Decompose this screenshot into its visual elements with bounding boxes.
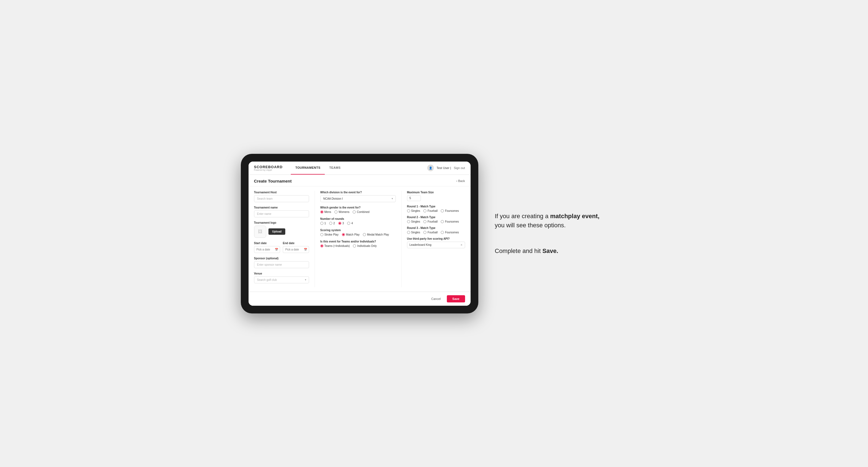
venue-group: Venue ▼ <box>254 272 309 283</box>
logo-sub: Powered by clippit <box>254 169 283 171</box>
round-3-option[interactable]: 3 <box>338 222 344 225</box>
tab-tournaments[interactable]: TOURNAMENTS <box>291 161 325 175</box>
stroke-play-option[interactable]: Stroke Play <box>320 233 339 236</box>
api-remove-icon[interactable]: × <box>460 243 462 247</box>
round2-fourball-option[interactable]: Fourball <box>423 220 437 223</box>
api-tag: Leaderboard King × <box>407 242 465 248</box>
max-team-size-label: Maximum Team Size <box>407 191 465 194</box>
individuals-only-option[interactable]: Individuals Only <box>353 244 377 247</box>
division-select[interactable]: NCAA Division I NCAA Division II NCAA Di… <box>320 195 396 202</box>
round1-foursomes-option[interactable]: Foursomes <box>441 209 459 212</box>
nav-bar: SCOREBOARD Powered by clippit TOURNAMENT… <box>249 161 471 175</box>
round3-fourball-option[interactable]: Fourball <box>423 231 437 234</box>
division-label: Which division is the event for? <box>320 191 396 194</box>
round1-match-type: Round 1 - Match Type Singles Fourball <box>407 205 465 212</box>
medal-match-play-option[interactable]: Medal Match Play <box>363 233 389 236</box>
round1-singles-label: Singles <box>411 209 420 212</box>
gender-radio-group: Mens Womens Combined <box>320 211 396 214</box>
round2-foursomes-label: Foursomes <box>445 220 459 223</box>
end-date-wrapper: 📅 <box>283 246 309 253</box>
sponsor-input[interactable] <box>254 261 309 268</box>
round1-fourball-radio[interactable] <box>423 209 426 212</box>
end-date-label: End date <box>283 242 309 245</box>
scoring-group: Scoring system Stroke Play Match Play <box>320 229 396 236</box>
venue-input[interactable] <box>254 276 309 283</box>
back-link[interactable]: ‹ Back <box>456 179 465 183</box>
round-4-radio[interactable] <box>347 222 350 225</box>
tab-teams[interactable]: TEAMS <box>325 161 345 175</box>
round-4-option[interactable]: 4 <box>347 222 353 225</box>
signout-link[interactable]: Sign out <box>454 166 465 169</box>
medal-match-play-radio[interactable] <box>363 233 366 236</box>
round1-singles-option[interactable]: Singles <box>407 209 420 212</box>
gender-womens-option[interactable]: Womens <box>335 211 349 214</box>
teams-plus-individuals-option[interactable]: Teams (+Individuals) <box>320 244 350 247</box>
form-footer: Cancel Save <box>249 292 471 306</box>
scoring-radio-group: Stroke Play Match Play Medal Match Play <box>320 233 396 236</box>
individuals-radio[interactable] <box>353 244 356 247</box>
max-team-size-input[interactable] <box>407 195 421 201</box>
match-play-radio[interactable] <box>342 233 345 236</box>
division-group: Which division is the event for? NCAA Di… <box>320 191 396 202</box>
teams-group: Is this event for Teams and/or Individua… <box>320 240 396 247</box>
form-middle: Which division is the event for? NCAA Di… <box>315 191 402 287</box>
round3-foursomes-radio[interactable] <box>441 231 444 234</box>
tournament-host-input[interactable] <box>254 195 309 202</box>
tournament-name-input[interactable] <box>254 211 309 217</box>
round2-foursomes-option[interactable]: Foursomes <box>441 220 459 223</box>
gender-mens-option[interactable]: Mens <box>320 211 331 214</box>
tournament-host-label: Tournament Host <box>254 191 309 194</box>
round-2-radio[interactable] <box>329 222 332 225</box>
sponsor-group: Sponsor (optional) <box>254 257 309 268</box>
teams-label: Is this event for Teams and/or Individua… <box>320 240 396 243</box>
round1-foursomes-radio[interactable] <box>441 209 444 212</box>
round-3-radio[interactable] <box>338 222 341 225</box>
round2-foursomes-radio[interactable] <box>441 220 444 223</box>
gender-womens-label: Womens <box>339 211 349 214</box>
round3-foursomes-option[interactable]: Foursomes <box>441 231 459 234</box>
venue-label: Venue <box>254 272 309 275</box>
start-date-field: Start date 📅 <box>254 242 280 253</box>
gender-combined-option[interactable]: Combined <box>353 211 370 214</box>
round2-singles-radio[interactable] <box>407 220 410 223</box>
round1-singles-radio[interactable] <box>407 209 410 212</box>
round3-fourball-radio[interactable] <box>423 231 426 234</box>
calendar-icon-end: 📅 <box>304 248 307 251</box>
round-1-label: 1 <box>324 222 326 225</box>
tablet-screen: SCOREBOARD Powered by clippit TOURNAMENT… <box>249 161 471 306</box>
nav-tabs: TOURNAMENTS TEAMS <box>291 161 345 175</box>
annotation-bottom-bold: Save. <box>542 247 558 254</box>
match-play-option[interactable]: Match Play <box>342 233 360 236</box>
form-right: Maximum Team Size Round 1 - Match Type S… <box>402 191 465 287</box>
nav-right: 👤 Test User | Sign out <box>427 165 465 171</box>
date-row: Start date 📅 End date 📅 <box>254 242 309 253</box>
round1-fourball-option[interactable]: Fourball <box>423 209 437 212</box>
round2-radio-group: Singles Fourball Foursomes <box>407 220 465 223</box>
logo-upload-area: 🖼 Upload <box>254 226 309 238</box>
round-1-option[interactable]: 1 <box>320 222 326 225</box>
gender-mens-radio[interactable] <box>320 211 323 214</box>
round3-radio-group: Singles Fourball Foursomes <box>407 231 465 234</box>
round2-singles-option[interactable]: Singles <box>407 220 420 223</box>
round-2-option[interactable]: 2 <box>329 222 335 225</box>
start-date-label: Start date <box>254 242 280 245</box>
round-1-radio[interactable] <box>320 222 323 225</box>
calendar-icon-start: 📅 <box>275 248 278 251</box>
stroke-play-radio[interactable] <box>320 233 323 236</box>
round3-fourball-label: Fourball <box>428 231 437 234</box>
upload-button[interactable]: Upload <box>269 228 285 235</box>
round3-singles-option[interactable]: Singles <box>407 231 420 234</box>
round3-singles-radio[interactable] <box>407 231 410 234</box>
gender-womens-radio[interactable] <box>335 211 338 214</box>
round1-fourball-label: Fourball <box>428 209 437 212</box>
gender-label: Which gender is the event for? <box>320 206 396 209</box>
gender-combined-radio[interactable] <box>353 211 356 214</box>
round2-fourball-radio[interactable] <box>423 220 426 223</box>
scene: SCOREBOARD Powered by clippit TOURNAMENT… <box>241 154 627 313</box>
api-label: Use third-party live scoring API? <box>407 237 465 240</box>
individuals-label-text: Individuals Only <box>357 244 377 247</box>
save-button[interactable]: Save <box>447 295 465 302</box>
teams-radio[interactable] <box>320 244 323 247</box>
gender-mens-label: Mens <box>324 211 331 214</box>
cancel-button[interactable]: Cancel <box>428 295 444 302</box>
